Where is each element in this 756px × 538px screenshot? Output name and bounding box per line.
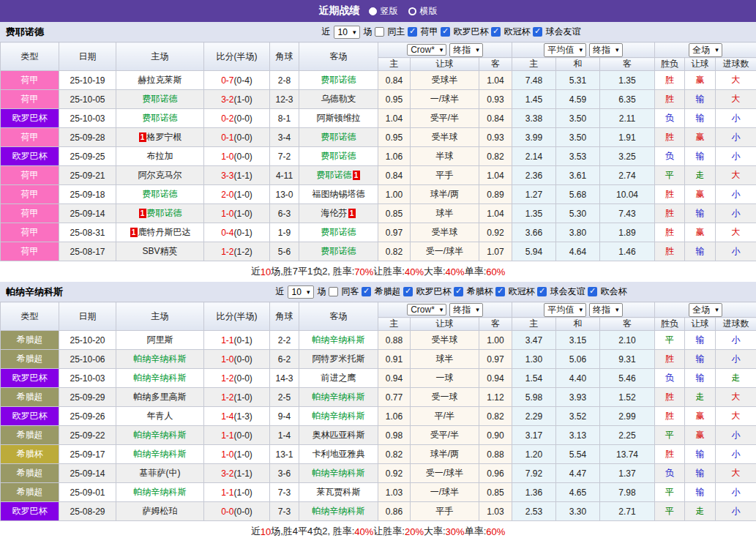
league-type-cell: 荷甲: [1, 223, 59, 242]
team-name-text: 帕纳多里高斯: [134, 392, 187, 402]
date-cell: 25-09-14: [59, 464, 116, 483]
filter-controls: 近10▾场同主荷甲欧罗巴杯欧冠杯球会友谊: [146, 26, 756, 39]
date-cell: 25-09-29: [59, 388, 116, 407]
summary-segment: 近: [251, 525, 261, 538]
away-team-cell: 乌德勒支: [299, 90, 378, 109]
league-type-cell: 欧罗巴杯: [1, 407, 59, 426]
column-header: 比分(半场): [204, 302, 270, 331]
fulltime-score: 0-1: [221, 132, 233, 143]
fulltime-score: 3-2: [221, 468, 233, 479]
chevron-down-icon: ▾: [579, 46, 583, 53]
league-checkbox[interactable]: [491, 27, 501, 37]
chevron-down-icon: ▾: [476, 306, 479, 313]
same-ground-checkbox[interactable]: [329, 287, 338, 296]
odds-source-select[interactable]: Crow*▾: [407, 44, 446, 56]
home-team-cell: 费耶诺德: [116, 90, 204, 109]
league-checkbox[interactable]: [588, 287, 597, 296]
score-cell: 0-7(0-4): [204, 71, 270, 90]
away-team-cell: 费耶诺德1: [299, 166, 378, 185]
table-row: 欧罗巴杯25-10-03帕纳辛纳科斯1-2(0-0)14-3前进之鹰0.94一球…: [1, 369, 756, 388]
odds-source-select[interactable]: Crow*▾: [407, 304, 446, 315]
date-cell: 25-08-31: [59, 223, 116, 242]
result-cell: 负: [655, 147, 685, 166]
score-cell: 1-2(0-0): [204, 369, 270, 388]
away-team-cell: 费耶诺德: [299, 128, 378, 147]
corner-cell: 12-3: [270, 90, 299, 109]
layout-option-vertical[interactable]: 竖版: [369, 5, 398, 18]
recent-count-select[interactable]: 10▾: [288, 285, 315, 299]
odds-final-select[interactable]: 终指▾: [449, 303, 483, 317]
league-checkbox[interactable]: [537, 287, 547, 296]
page-title: 近期战绩: [319, 4, 360, 18]
halftime-score: (0-0): [234, 113, 252, 124]
league-checkbox[interactable]: [454, 287, 463, 296]
handicap-away-odds-cell: 0.82: [479, 407, 512, 426]
same-ground-checkbox[interactable]: [375, 27, 384, 37]
fulltime-score: 0-0: [221, 507, 233, 517]
league-type-cell: 荷甲: [1, 128, 59, 147]
league-checkbox[interactable]: [408, 27, 417, 37]
goals-result-cell: 小: [716, 350, 756, 369]
dropdown-group-header: 平均值▾终指▾: [512, 302, 655, 318]
recent-count-select[interactable]: 10▾: [334, 26, 361, 39]
avg-away-odds-cell: 1.52: [600, 388, 655, 407]
halftime-score: (0-0): [234, 354, 252, 365]
odds-final-select[interactable]: 终指▾: [449, 43, 483, 57]
avg-source-select[interactable]: 平均值▾: [544, 303, 586, 317]
table-row: 希腊超25-10-20阿里斯1-1(0-1)2-2帕纳辛纳科斯0.88受半球1.…: [1, 331, 756, 350]
league-checkbox[interactable]: [403, 287, 413, 296]
date-cell: 25-09-18: [59, 185, 116, 204]
handicap-line-cell: 受平/半: [411, 426, 479, 445]
avg-draw-odds-cell: 3.15: [556, 331, 600, 350]
league-type-cell: 希腊超: [1, 350, 59, 369]
avg-draw-odds-cell: 5.68: [556, 185, 600, 204]
table-row: 欧罗巴杯25-09-26年青人1-4(1-3)9-4帕纳辛纳科斯1.06平/半0…: [1, 407, 756, 426]
avg-home-odds-cell: 1.36: [512, 483, 556, 502]
avg-home-odds-cell: 1.20: [512, 445, 556, 464]
home-team-cell: 基菲萨(中): [116, 464, 204, 483]
halftime-score: (1-0): [234, 449, 252, 460]
result-cell: 负: [655, 464, 685, 483]
layout-option-horizontal[interactable]: 横版: [408, 5, 438, 18]
avg-home-odds-cell: 3.38: [512, 109, 556, 128]
fulltime-score: 0-4: [221, 228, 233, 238]
avg-source-select-value: 平均值: [547, 44, 574, 56]
team-name-text: 费耶诺德: [321, 75, 356, 85]
team-name-text: 莱瓦贾科斯: [317, 487, 361, 497]
sections-container: 费耶诺德近10▾场同主荷甲欧罗巴杯欧冠杯球会友谊类型日期主场比分(半场)角球客场…: [0, 22, 756, 538]
handicap-home-odds-cell: 0.95: [378, 90, 411, 109]
handicap-line-cell: 球半: [411, 204, 479, 223]
avg-final-select[interactable]: 终指▾: [589, 43, 623, 57]
scope-select[interactable]: 全场▾: [689, 303, 722, 317]
avg-source-select[interactable]: 平均值▾: [544, 43, 586, 57]
league-checkbox[interactable]: [362, 287, 371, 296]
team-name-text: 费耶诺德: [321, 151, 356, 161]
away-team-cell: 阿特罗米托斯: [299, 350, 378, 369]
avg-final-select-value: 终指: [593, 304, 610, 316]
team-name-text: 帕纳辛纳科斯: [134, 449, 187, 459]
handicap-result-cell: 输: [685, 464, 716, 483]
home-team-cell: 阿里斯: [116, 331, 204, 350]
fulltime-score: 1-2: [221, 392, 233, 403]
avg-final-select[interactable]: 终指▾: [589, 303, 623, 317]
corner-cell: 7-3: [270, 483, 299, 502]
result-cell: 胜: [655, 128, 685, 147]
league-checkbox[interactable]: [495, 287, 505, 296]
summary-segment: 近: [251, 265, 261, 278]
scope-select[interactable]: 全场▾: [689, 43, 722, 57]
column-header: 日期: [59, 42, 116, 71]
handicap-line-cell: 受一/球半: [411, 464, 479, 483]
table-row: 荷甲25-10-19赫拉克莱斯0-7(0-4)2-8费耶诺德0.84受球半1.0…: [1, 71, 756, 90]
corner-cell: 1-9: [270, 223, 299, 242]
date-cell: 25-10-03: [59, 109, 116, 128]
fulltime-score: 1-1: [221, 335, 233, 345]
halftime-score: (1-2): [234, 247, 252, 257]
summary-segment: 10: [261, 526, 271, 537]
table-row: 欧罗巴杯25-10-03费耶诺德0-2(0-0)8-1阿斯顿维拉1.04受平/半…: [1, 109, 756, 128]
league-type-cell: 欧罗巴杯: [1, 109, 59, 128]
league-checkbox[interactable]: [441, 27, 450, 37]
summary-segment: 40%: [405, 266, 424, 277]
league-checkbox[interactable]: [533, 27, 542, 37]
handicap-away-odds-cell: 1.12: [479, 388, 512, 407]
team-name-text: 阿特罗米托斯: [312, 354, 365, 364]
